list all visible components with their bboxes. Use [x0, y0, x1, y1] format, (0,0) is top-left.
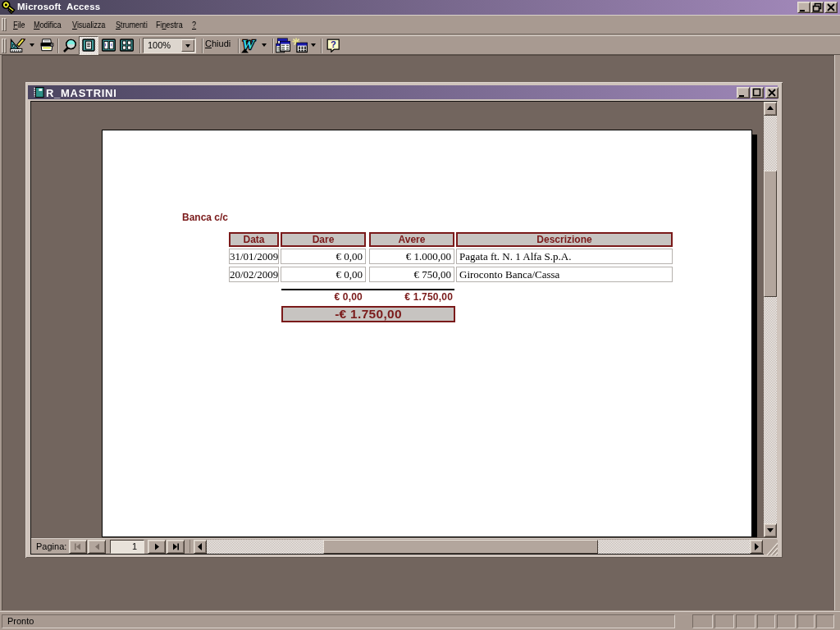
svg-text:?: ?	[331, 39, 336, 49]
